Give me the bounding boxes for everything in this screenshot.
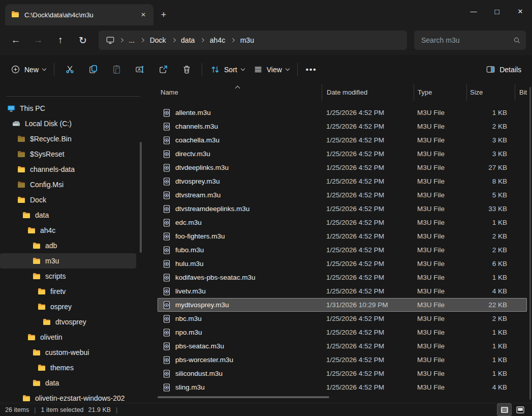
table-row-pbs-seatac-m3u[interactable]: pbs-seatac.m3u1/25/2026 4:52 PMM3U File1… [158, 339, 527, 353]
file-name-cell: foo-fighters.m3u [158, 232, 321, 241]
file-name: nbc.m3u [175, 315, 202, 322]
tab-close-icon[interactable]: ✕ [137, 9, 149, 21]
sidebar-item-custom-webui[interactable]: custom-webui [0, 345, 136, 360]
column-header-name[interactable]: Name [148, 84, 322, 101]
rename-button[interactable]: A [128, 60, 151, 79]
column-header-size[interactable]: Size [466, 84, 515, 101]
sidebar-item-olivetin-ezstart-windows-202[interactable]: olivetin-ezstart-windows-202 [0, 391, 136, 403]
breadcrumb-item-m3u[interactable]: m3u [235, 34, 259, 47]
copy-button[interactable] [81, 60, 105, 79]
share-button[interactable] [151, 60, 175, 79]
sidebar-item-config-msi[interactable]: Config.Msi [0, 177, 136, 192]
thumbnail-view-toggle[interactable] [513, 404, 527, 415]
file-rows: allente.m3u1/25/2026 4:52 PMM3U File1 KB… [148, 106, 532, 394]
breadcrumb-item-data[interactable]: data [176, 34, 200, 47]
sidebar-item-dock[interactable]: Dock [0, 192, 136, 207]
sidebar-item-local-disk-c[interactable]: Local Disk (C:) [0, 116, 136, 131]
navigation-pane: This PCLocal Disk (C:)$Recycle.Bin$SysRe… [0, 84, 148, 403]
minimize-button[interactable]: — [462, 0, 485, 22]
sidebar-item-themes[interactable]: themes [0, 360, 136, 375]
sidebar-item-scripts[interactable]: scripts [0, 269, 136, 284]
table-row-channels-m3u[interactable]: channels.m3u1/25/2026 4:52 PMM3U File2 K… [158, 120, 527, 133]
file-size: 1 KB [466, 356, 515, 364]
sort-button[interactable]: Sort [206, 60, 249, 79]
column-header-date-modified[interactable]: Date modified [322, 84, 414, 101]
file-type: M3U File [413, 136, 466, 144]
table-row-npo-m3u[interactable]: npo.m3u1/25/2026 4:52 PMM3U File1 KB [158, 325, 527, 339]
sort-button-label: Sort [224, 66, 237, 74]
search-box[interactable] [414, 31, 526, 50]
table-row-mydtvosprey-m3u[interactable]: mydtvosprey.m3u1/31/2026 10:29 PMM3U Fil… [158, 298, 527, 312]
file-name-cell: hulu.m3u [158, 260, 321, 268]
sidebar-item-sysreset[interactable]: $SysReset [0, 146, 136, 162]
sidebar-item-label: m3u [45, 257, 59, 265]
sidebar-divider [6, 96, 140, 97]
table-row-dtvstream-m3u[interactable]: dtvstream.m3u1/25/2026 4:52 PMM3U File5 … [158, 188, 527, 202]
table-row-edc-m3u[interactable]: edc.m3u1/25/2026 4:52 PMM3U File1 KB [158, 216, 527, 229]
table-row-directv-m3u[interactable]: directv.m3u1/25/2026 4:52 PMM3U File3 KB [158, 147, 527, 161]
search-icon[interactable] [513, 37, 521, 44]
file-type: M3U File [413, 246, 466, 254]
file-name-cell: dtvdeeplinks.m3u [158, 164, 321, 172]
table-row-dtvosprey-m3u[interactable]: dtvosprey.m3u1/25/2026 4:52 PMM3U File8 … [158, 174, 527, 188]
new-button[interactable]: New [6, 60, 50, 79]
table-row-dtvstreamdeeplinks-m3u[interactable]: dtvstreamdeeplinks.m3u1/25/2026 4:52 PMM… [158, 202, 527, 216]
table-row-livetv-m3u[interactable]: livetv.m3u1/25/2026 4:52 PMM3U File4 KB [158, 284, 527, 298]
more-button[interactable]: ••• [301, 60, 322, 79]
sidebar-item-this-pc[interactable]: This PC [0, 101, 136, 116]
file-name: dtvdeeplinks.m3u [175, 164, 229, 171]
delete-icon [182, 65, 192, 74]
column-header-type[interactable]: Type [414, 84, 466, 101]
file-name-cell: mydtvosprey.m3u [158, 301, 321, 309]
table-row-dtvdeeplinks-m3u[interactable]: dtvdeeplinks.m3u1/25/2026 4:52 PMM3U Fil… [158, 161, 527, 174]
file-name: pbs-worcester.m3u [175, 356, 233, 364]
table-row-pbs-worcester-m3u[interactable]: pbs-worcester.m3u1/25/2026 4:52 PMM3U Fi… [158, 353, 527, 367]
sidebar-item-firetv[interactable]: firetv [0, 284, 136, 299]
table-row-coachella-m3u[interactable]: coachella.m3u1/25/2026 4:52 PMM3U File3 … [158, 133, 527, 147]
sidebar-item-data[interactable]: data [0, 375, 136, 391]
breadcrumb-item-dock[interactable]: Dock [145, 34, 171, 47]
table-row-kodifaves-pbs-seatac-m3u[interactable]: kodifaves-pbs-seatac.m3u1/25/2026 4:52 P… [158, 271, 527, 284]
back-button[interactable]: ← [7, 32, 24, 49]
vertical-scrollbar[interactable] [529, 87, 531, 400]
new-tab-button[interactable]: + [153, 4, 174, 25]
table-row-allente-m3u[interactable]: allente.m3u1/25/2026 4:52 PMM3U File1 KB [158, 106, 527, 120]
sidebar-item-data[interactable]: data [0, 207, 136, 223]
sidebar-item-dtvosprey[interactable]: dtvosprey [0, 314, 136, 330]
file-date-modified: 1/25/2026 4:52 PM [321, 287, 413, 295]
sidebar-item-adb[interactable]: adb [0, 238, 136, 253]
horizontal-scrollbar[interactable] [158, 396, 329, 398]
maximize-button[interactable]: □ [485, 0, 509, 22]
sidebar-item-ah4c[interactable]: ah4c [0, 223, 136, 238]
table-row-nbc-m3u[interactable]: nbc.m3u1/25/2026 4:52 PMM3U File2 KB [158, 312, 527, 325]
table-row-silicondust-m3u[interactable]: silicondust.m3u1/25/2026 4:52 PMM3U File… [158, 367, 527, 380]
table-row-hulu-m3u[interactable]: hulu.m3u1/25/2026 4:52 PMM3U File6 KB [158, 257, 527, 271]
breadcrumb-item-[interactable]: ... [124, 34, 140, 47]
refresh-button[interactable]: ↻ [74, 32, 91, 49]
search-input[interactable] [421, 36, 513, 44]
details-button[interactable]: Details [481, 60, 526, 79]
breadcrumb-item-ah4c[interactable]: ah4c [205, 34, 230, 47]
cut-button[interactable] [58, 60, 81, 79]
close-button[interactable]: ✕ [509, 0, 532, 22]
delete-button[interactable] [175, 60, 198, 79]
view-button[interactable]: View [249, 60, 294, 79]
sidebar-item-m3u[interactable]: m3u [0, 253, 136, 269]
explorer-tab[interactable]: C:\Dock\data\ah4c\m3u ✕ [5, 4, 153, 25]
file-date-modified: 1/25/2026 4:52 PM [321, 164, 413, 171]
file-date-modified: 1/31/2026 10:29 PM [321, 301, 413, 309]
file-name-cell: pbs-seatac.m3u [158, 342, 321, 350]
sidebar-item-channels-data[interactable]: channels-data [0, 162, 136, 177]
sidebar-item-recycle-bin[interactable]: $Recycle.Bin [0, 131, 136, 146]
table-row-fubo-m3u[interactable]: fubo.m3u1/25/2026 4:52 PMM3U File2 KB [158, 243, 527, 257]
up-button[interactable]: ↑ [52, 32, 69, 49]
sidebar-item-osprey[interactable]: osprey [0, 299, 136, 314]
sidebar-item-olivetin[interactable]: olivetin [0, 330, 136, 345]
table-row-foo-fighters-m3u[interactable]: foo-fighters.m3u1/25/2026 4:52 PMM3U Fil… [158, 229, 527, 243]
details-view-toggle[interactable] [497, 404, 511, 415]
sidebar-scrollbar[interactable] [140, 142, 142, 253]
this-pc-icon[interactable] [104, 36, 119, 45]
details-view-icon [500, 406, 509, 413]
table-row-sling-m3u[interactable]: sling.m3u1/25/2026 4:52 PMM3U File4 KB [158, 380, 527, 394]
thumbnail-view-icon [516, 406, 524, 413]
